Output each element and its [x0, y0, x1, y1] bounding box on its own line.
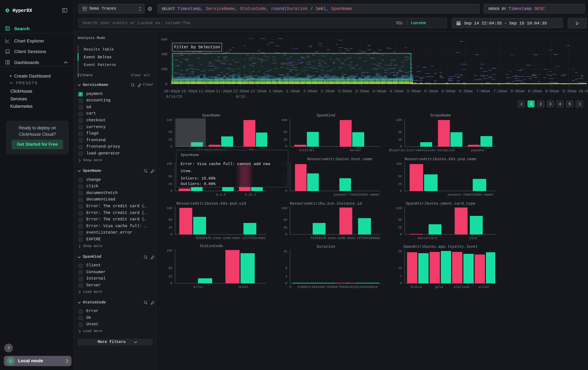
svg-text:7:30am: 7:30am [493, 89, 507, 93]
svg-text:400: 400 [161, 52, 168, 57]
svg-text:10:00am: 10:00am [578, 89, 588, 93]
svg-text:9:30am: 9:30am [562, 89, 576, 93]
svg-text:3:00am: 3:00am [338, 89, 352, 93]
svg-text:12:30am: 12:30am [250, 89, 266, 93]
svg-text:600: 600 [161, 38, 168, 42]
svg-text:2:00am: 2:00am [303, 89, 317, 93]
svg-text:7:00am: 7:00am [476, 89, 490, 93]
svg-text:1:00am: 1:00am [269, 89, 283, 93]
svg-text:4:00am: 4:00am [372, 89, 386, 93]
svg-text:6:00am: 6:00am [441, 89, 455, 93]
svg-text:5:00am: 5:00am [407, 89, 421, 93]
svg-text:12:00am: 12:00am [233, 89, 249, 93]
svg-text:11:00pm: 11:00pm [198, 89, 215, 93]
svg-text:2:30am: 2:30am [321, 89, 335, 93]
svg-text:200: 200 [161, 67, 168, 71]
svg-text:6:30am: 6:30am [459, 89, 472, 93]
svg-text:10:30pm: 10:30pm [181, 89, 197, 93]
svg-text:3:30am: 3:30am [355, 89, 369, 93]
svg-text:9/15: 9/15 [236, 95, 245, 99]
svg-text:9/14/25: 9/14/25 [166, 95, 182, 99]
svg-text:1:30am: 1:30am [286, 89, 300, 93]
svg-text:11:30pm: 11:30pm [216, 89, 232, 93]
svg-text:5:30am: 5:30am [424, 89, 438, 93]
svg-text:8:00am: 8:00am [511, 89, 525, 93]
svg-text:9:00am: 9:00am [545, 89, 559, 93]
svg-text:8:30am: 8:30am [528, 89, 542, 93]
svg-text:0: 0 [165, 82, 168, 86]
svg-text:4:30am: 4:30am [390, 89, 403, 93]
svg-text:10:00pm: 10:00pm [164, 89, 180, 93]
